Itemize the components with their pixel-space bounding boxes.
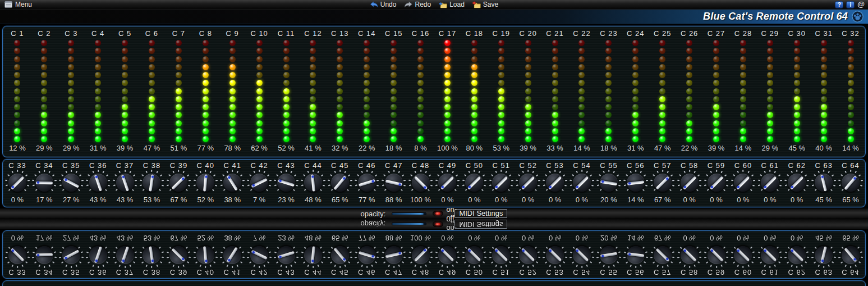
led-meter-channel[interactable]: C 1332 % <box>327 28 353 155</box>
knob-control[interactable] <box>838 170 864 195</box>
reflection-knob-tick-icon <box>430 257 433 258</box>
led-light-icon <box>417 96 424 102</box>
led-stack <box>14 40 20 142</box>
knob-control[interactable] <box>757 170 783 195</box>
led-meter-channel[interactable]: C 2133 % <box>541 28 568 155</box>
reflection-channel-value: 52 % <box>197 233 214 243</box>
led-meter-channel[interactable]: C 431 % <box>85 28 112 155</box>
led-meter-channel[interactable]: C 1241 % <box>300 28 327 155</box>
midi-settings-button[interactable]: MIDI Settings <box>454 209 507 218</box>
led-meter-channel[interactable]: C 3140 % <box>810 28 837 155</box>
knob-control[interactable] <box>219 170 245 195</box>
knob-tick-icon <box>81 185 83 187</box>
knob-control[interactable] <box>677 170 702 195</box>
knob-control[interactable] <box>704 170 729 195</box>
redo-button[interactable]: Redo <box>404 0 431 9</box>
led-light-icon <box>605 120 612 126</box>
save-button[interactable]: Save <box>472 0 498 9</box>
knob-control[interactable] <box>85 170 111 195</box>
knob-control[interactable] <box>273 170 299 195</box>
knob-control[interactable] <box>811 170 837 195</box>
knob-control[interactable] <box>354 170 380 195</box>
knob-control[interactable] <box>569 170 595 195</box>
led-meter-channel[interactable]: C 112 % <box>4 28 31 155</box>
info-button[interactable]: i <box>846 1 855 8</box>
knob-control[interactable] <box>596 170 622 195</box>
led-meter-channel[interactable]: C 1518 % <box>380 28 407 155</box>
channel-value: 53 % <box>144 195 160 205</box>
knob-control[interactable] <box>31 170 57 195</box>
led-meter-channel[interactable]: C 2739 % <box>703 28 730 155</box>
led-meter-channel[interactable]: C 2214 % <box>568 28 595 155</box>
led-meter-channel[interactable]: C 2431 % <box>622 28 649 155</box>
led-meter-channel[interactable]: C 168 % <box>407 28 434 155</box>
reflection-channel-label: C 41 <box>223 267 241 277</box>
reflection-knob-tick-icon <box>44 266 45 268</box>
led-meter-channel[interactable]: C 2814 % <box>729 28 756 155</box>
led-meter-channel[interactable]: C 647 % <box>139 28 166 155</box>
knob-control[interactable] <box>4 170 30 195</box>
led-meter-channel[interactable]: C 3045 % <box>783 28 810 155</box>
led-meter-channel[interactable]: C 329 % <box>58 28 85 155</box>
menu-button[interactable]: Menu <box>0 1 32 8</box>
contact-at-icon[interactable]: @ <box>857 1 865 8</box>
knob-control[interactable] <box>650 170 676 195</box>
led-meter-channel[interactable]: C 2929 % <box>756 28 783 155</box>
knob-control[interactable] <box>542 170 568 195</box>
opacity-slider[interactable] <box>392 212 426 215</box>
reflection-channel-value: 47 % <box>144 283 160 286</box>
knob-tick-icon <box>600 189 602 191</box>
knob-control[interactable] <box>515 170 541 195</box>
knob-control[interactable] <box>784 170 810 195</box>
knob-control[interactable] <box>730 170 756 195</box>
knob-control[interactable] <box>246 170 272 195</box>
led-meter-channel[interactable]: C 877 % <box>192 28 219 155</box>
led-meter-channel[interactable]: C 1152 % <box>273 28 300 155</box>
knob-tick-icon <box>259 170 260 172</box>
knob-control[interactable] <box>300 170 326 195</box>
knob-control[interactable] <box>381 170 407 195</box>
knob-control[interactable] <box>434 170 460 195</box>
led-meter-channel[interactable]: C 17100 % <box>434 28 461 155</box>
knob-control[interactable] <box>488 170 514 195</box>
knob-control[interactable] <box>461 170 487 195</box>
knob-control[interactable] <box>139 170 164 195</box>
help-button[interactable]: ? <box>835 1 843 8</box>
led-meter-channel[interactable]: C 3214 % <box>837 28 864 155</box>
led-light-icon <box>229 48 236 54</box>
led-meter-channel[interactable]: C 1953 % <box>488 28 515 155</box>
led-meter-channel[interactable]: C 978 % <box>219 28 246 155</box>
knob-control[interactable] <box>112 170 138 195</box>
led-meter-channel[interactable]: C 1422 % <box>353 28 380 155</box>
led-meter-channel[interactable]: C 2039 % <box>515 28 541 155</box>
reflection-knob-tick-icon <box>21 265 23 267</box>
channel-label: C 7 <box>172 28 185 39</box>
led-meter-channel[interactable]: C 751 % <box>165 28 192 155</box>
reflection-knob-tick-icon <box>242 251 244 253</box>
knob-control[interactable] <box>623 170 649 195</box>
load-button[interactable]: Load <box>439 0 465 9</box>
reflection-knob-tick-icon <box>850 266 851 268</box>
led-light-icon <box>471 80 477 86</box>
led-light-icon <box>632 136 639 142</box>
led-meter-channel[interactable]: C 2622 % <box>676 28 703 155</box>
knob-control[interactable] <box>166 170 191 195</box>
knob-control[interactable] <box>58 170 84 195</box>
led-meter-channel[interactable]: C 2318 % <box>595 28 622 155</box>
led-light-icon <box>176 120 182 126</box>
led-meter-channel[interactable]: C 2547 % <box>649 28 676 155</box>
channel-label: C 30 <box>788 28 806 39</box>
led-light-icon <box>444 56 451 62</box>
channel-label: C 43 <box>277 161 295 170</box>
knob-control[interactable] <box>192 170 218 195</box>
led-meter-channel[interactable]: C 229 % <box>31 28 58 155</box>
led-meter-channel[interactable]: C 1880 % <box>461 28 488 155</box>
onoff-led-button[interactable] <box>433 211 443 216</box>
led-light-icon <box>525 136 531 142</box>
knob-control[interactable] <box>327 170 353 195</box>
reflection-knob-value-dot-icon <box>495 249 499 252</box>
led-meter-channel[interactable]: C 539 % <box>112 28 139 155</box>
led-meter-channel[interactable]: C 1062 % <box>246 28 273 155</box>
undo-button[interactable]: Undo <box>370 0 397 9</box>
knob-control[interactable] <box>408 170 434 195</box>
